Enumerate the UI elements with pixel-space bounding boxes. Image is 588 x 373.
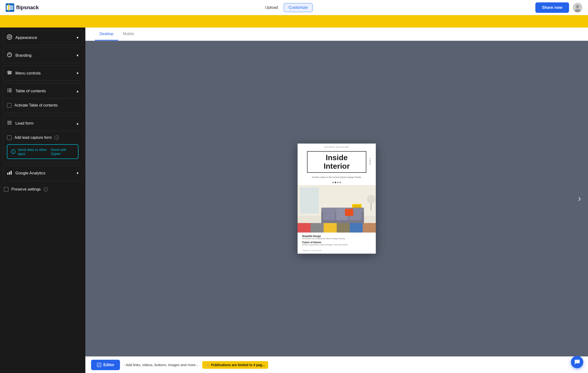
appearance-label: Appearance xyxy=(15,35,37,40)
branding-header[interactable]: Branding ▾ xyxy=(3,48,82,63)
svg-point-8 xyxy=(9,36,10,38)
logo-text: flipsnack xyxy=(16,4,39,11)
add-lead-capture-checkbox[interactable] xyxy=(7,135,12,140)
svg-point-17 xyxy=(10,72,11,73)
svg-rect-50 xyxy=(97,363,101,367)
lead-form-label: Lead form xyxy=(15,121,34,126)
svg-rect-2 xyxy=(10,5,13,10)
sidebar: Appearance ▾ xyxy=(0,28,85,373)
main-layout: Appearance ▾ xyxy=(0,28,588,373)
svg-point-11 xyxy=(9,54,10,54)
svg-point-18 xyxy=(9,73,10,75)
analytics-icon xyxy=(7,170,12,176)
svg-rect-44 xyxy=(298,223,311,232)
svg-rect-49 xyxy=(363,223,376,232)
tab-desktop[interactable]: Desktop xyxy=(95,28,118,41)
add-lead-capture-label: Add lead capture form xyxy=(14,135,52,140)
bottom-bar: Editor - Add links, videos, buttons, ima… xyxy=(85,356,588,373)
magazine-source-label: SOURCE MAGAZINE xyxy=(298,143,376,150)
title-dots-right xyxy=(370,158,371,164)
chat-bubble[interactable] xyxy=(571,356,583,368)
editor-button[interactable]: Editor xyxy=(91,360,120,370)
magazine-dots xyxy=(298,182,376,183)
svg-rect-3 xyxy=(8,4,9,11)
table-of-contents-content: Activate Table of contents xyxy=(3,99,82,113)
google-analytics-label: Google Analytics xyxy=(15,171,45,176)
menu-controls-section: Menu controls ▾ xyxy=(3,66,83,81)
table-of-contents-chevron: ▴ xyxy=(77,89,78,93)
svg-rect-45 xyxy=(311,223,324,232)
magazine-footer: Volume No. 21 June 2019 xyxy=(298,249,376,254)
zapier-link[interactable]: Send with Zapier xyxy=(51,148,74,156)
svg-point-7 xyxy=(7,35,12,39)
magazine-title-line1: Inside xyxy=(312,154,361,162)
magazine-title-line2: Interior xyxy=(312,162,361,170)
menu-controls-label: Menu controls xyxy=(15,71,41,76)
lead-form-chevron: ▴ xyxy=(77,121,78,126)
svg-point-16 xyxy=(8,71,9,72)
zapier-info-icon: i xyxy=(11,149,15,154)
upload-button[interactable]: Upload xyxy=(262,3,282,12)
preserve-settings-row: Preserve settings i xyxy=(3,183,83,196)
preserve-settings-checkbox[interactable] xyxy=(4,187,9,192)
svg-point-10 xyxy=(8,54,9,55)
svg-rect-30 xyxy=(11,171,12,175)
appearance-section: Appearance ▾ xyxy=(3,30,83,45)
activate-toc-label: Activate Table of contents xyxy=(14,103,58,108)
user-avatar[interactable] xyxy=(573,3,582,12)
google-analytics-section: Google Analytics ▾ xyxy=(3,165,83,181)
branding-chevron: ▾ xyxy=(77,53,78,58)
eye-icon xyxy=(7,34,12,41)
crown-text: Publications are limited to 4 pag... xyxy=(211,363,265,367)
svg-point-12 xyxy=(10,54,11,55)
tab-mobile[interactable]: Mobile xyxy=(118,28,139,41)
palette-icon xyxy=(7,52,12,59)
menu-controls-chevron: ▾ xyxy=(77,71,78,76)
svg-point-5 xyxy=(576,5,579,8)
svg-point-9 xyxy=(7,53,12,57)
editor-icon xyxy=(97,362,102,367)
lead-form-content: Add lead capture form i i Send data to o… xyxy=(3,131,82,163)
menu-controls-header[interactable]: Menu controls ▾ xyxy=(3,66,82,81)
google-analytics-chevron: ▾ xyxy=(77,171,78,175)
branding-section: Branding ▾ xyxy=(3,48,83,63)
svg-point-42 xyxy=(367,195,375,204)
magazine-image xyxy=(298,185,376,232)
tab-bar: Desktop Mobile xyxy=(85,28,588,41)
svg-rect-46 xyxy=(324,223,337,232)
article1-desc: How plants are shaping the interior desi… xyxy=(302,238,371,240)
add-lead-capture-row: Add lead capture form i xyxy=(7,134,78,142)
header-nav: Upload Customize xyxy=(262,3,313,12)
crown-icon: 👑 xyxy=(206,363,210,367)
appearance-header[interactable]: Appearance ▾ xyxy=(3,30,82,45)
header: flipsnack Upload Customize Share now xyxy=(0,0,588,15)
branding-label: Branding xyxy=(15,53,32,58)
appearance-chevron: ▾ xyxy=(77,35,78,40)
magazine-subtitle: Get the Latest on the Current Interior D… xyxy=(298,175,376,180)
table-of-contents-section: Table of contents ▴ Activate Table of co… xyxy=(3,83,83,113)
table-of-contents-label: Table of contents xyxy=(15,89,46,93)
activate-toc-checkbox[interactable] xyxy=(7,103,12,108)
share-now-button[interactable]: Share now xyxy=(535,2,569,13)
magazine-title-area: Inside Interior xyxy=(307,151,366,173)
svg-rect-48 xyxy=(350,223,363,232)
google-analytics-header[interactable]: Google Analytics ▾ xyxy=(3,166,82,181)
preserve-info-icon: i xyxy=(44,187,48,191)
magazine-preview: SOURCE MAGAZINE Inside Interior Get the … xyxy=(298,143,376,253)
sliders-icon xyxy=(7,70,12,77)
preserve-settings-label: Preserve settings xyxy=(11,187,41,191)
lead-form-header[interactable]: Lead form ▴ xyxy=(3,116,82,131)
crown-badge: 👑 Publications are limited to 4 pag... xyxy=(202,361,268,369)
header-actions: Share now xyxy=(535,2,582,13)
lead-form-section: Lead form ▴ Add lead capture form i i Se… xyxy=(3,116,83,163)
next-arrow[interactable]: › xyxy=(578,194,581,204)
table-of-contents-header[interactable]: Table of contents ▴ xyxy=(3,84,82,99)
appearance-header-left: Appearance xyxy=(7,34,37,41)
list-icon xyxy=(7,88,12,94)
customize-button[interactable]: Customize xyxy=(284,3,313,12)
preview-area: SOURCE MAGAZINE Inside Interior Get the … xyxy=(85,41,588,356)
lead-form-icon xyxy=(7,120,12,126)
magazine-articles: Biophille Design How plants are shaping … xyxy=(298,232,376,249)
svg-rect-33 xyxy=(300,187,319,214)
zapier-row[interactable]: i Send data to other apps Send with Zapi… xyxy=(7,144,78,159)
